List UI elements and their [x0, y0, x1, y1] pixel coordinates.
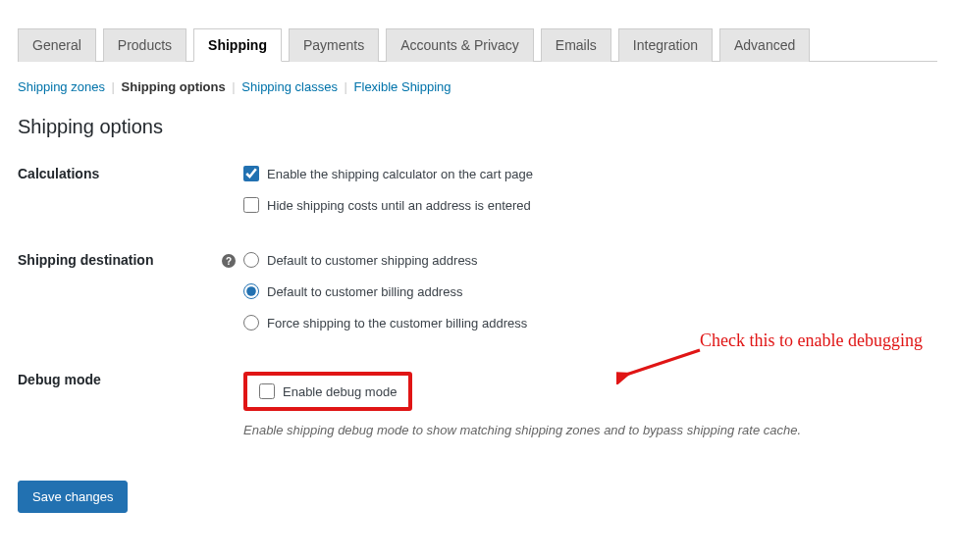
annotation-text: Check this to enable debugging	[700, 331, 923, 351]
hide-costs-checkbox[interactable]	[243, 197, 259, 213]
enable-debug-checkbox[interactable]	[259, 383, 275, 399]
tab-products[interactable]: Products	[103, 28, 186, 62]
svg-line-1	[626, 350, 700, 375]
separator: |	[232, 79, 235, 94]
tab-advanced[interactable]: Advanced	[719, 28, 810, 62]
tab-accounts[interactable]: Accounts & Privacy	[386, 28, 534, 62]
default-shipping-label[interactable]: Default to customer shipping address	[267, 253, 478, 268]
enable-calculator-label[interactable]: Enable the shipping calculator on the ca…	[267, 167, 533, 181]
sub-nav: Shipping zones | Shipping options | Ship…	[18, 79, 937, 94]
debug-label: Debug mode	[18, 372, 243, 387]
default-billing-radio[interactable]	[243, 283, 259, 299]
settings-tabs: General Products Shipping Payments Accou…	[18, 18, 937, 61]
enable-debug-label[interactable]: Enable debug mode	[283, 384, 397, 399]
tab-emails[interactable]: Emails	[541, 28, 611, 62]
help-icon[interactable]: ?	[222, 254, 236, 268]
tab-integration[interactable]: Integration	[618, 28, 713, 62]
tab-general[interactable]: General	[18, 28, 96, 62]
force-billing-radio[interactable]	[243, 315, 259, 331]
separator: |	[345, 79, 347, 94]
subnav-zones[interactable]: Shipping zones	[18, 79, 105, 94]
calculations-label: Calculations	[18, 166, 243, 181]
hide-costs-label[interactable]: Hide shipping costs until an address is …	[267, 198, 531, 213]
tab-shipping[interactable]: Shipping	[193, 28, 282, 62]
destination-label: Shipping destination ?	[18, 252, 243, 268]
subnav-options[interactable]: Shipping options	[122, 79, 226, 94]
arrow-icon	[616, 345, 705, 384]
separator: |	[112, 79, 115, 94]
default-billing-label[interactable]: Default to customer billing address	[267, 284, 462, 299]
save-button[interactable]: Save changes	[18, 481, 128, 513]
debug-description: Enable shipping debug mode to show match…	[243, 423, 937, 437]
enable-calculator-checkbox[interactable]	[243, 166, 259, 181]
default-shipping-radio[interactable]	[243, 252, 259, 268]
subnav-flexible[interactable]: Flexible Shipping	[354, 79, 451, 94]
subnav-classes[interactable]: Shipping classes	[241, 79, 338, 94]
debug-highlight-box: Enable debug mode	[243, 372, 412, 411]
tab-payments[interactable]: Payments	[289, 28, 379, 62]
page-title: Shipping options	[18, 116, 937, 138]
force-billing-label[interactable]: Force shipping to the customer billing a…	[267, 316, 527, 331]
